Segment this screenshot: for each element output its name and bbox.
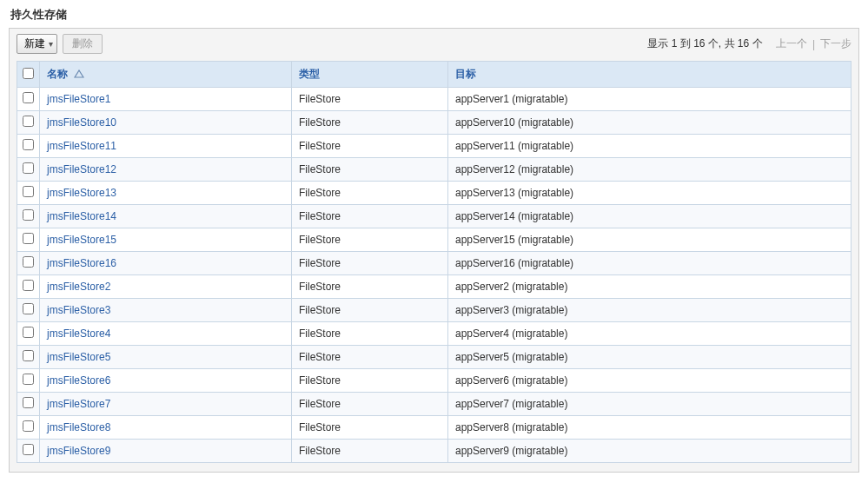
row-checkbox-cell [17,88,40,111]
cell-type: FileStore [292,275,448,299]
pager: 显示 1 到 16 个, 共 16 个 上一个 | 下一步 [647,36,851,51]
cell-name: jmsFileStore6 [40,369,292,393]
cell-target: appServer16 (migratable) [448,252,851,275]
column-header-name-label: 名称 [47,68,68,80]
new-button[interactable]: 新建 ▾ [17,34,57,54]
cell-target: appServer7 (migratable) [448,393,851,416]
select-all-checkbox[interactable] [23,68,34,79]
cell-type: FileStore [292,416,448,440]
page-title: 持久性存储 [10,7,859,23]
cell-target: appServer2 (migratable) [448,275,851,299]
store-link[interactable]: jmsFileStore15 [47,234,116,246]
row-checkbox[interactable] [23,280,34,291]
cell-target: appServer13 (migratable) [448,182,851,205]
store-link[interactable]: jmsFileStore6 [47,374,110,387]
cell-target: appServer14 (migratable) [448,205,851,228]
cell-target: appServer9 (migratable) [448,440,851,463]
table-row: jmsFileStore4FileStoreappServer4 (migrat… [17,322,851,346]
row-checkbox-cell [17,322,40,346]
table-row: jmsFileStore12FileStoreappServer12 (migr… [17,158,851,182]
store-link[interactable]: jmsFileStore1 [47,93,110,105]
store-link[interactable]: jmsFileStore4 [47,327,110,340]
table-row: jmsFileStore16FileStoreappServer16 (migr… [17,252,851,275]
table-row: jmsFileStore10FileStoreappServer10 (migr… [17,111,851,135]
pager-summary: 显示 1 到 16 个, 共 16 个 [647,36,762,51]
cell-name: jmsFileStore14 [40,205,292,228]
data-table: 名称 类型 目标 jmsFileStore1File [17,61,851,463]
row-checkbox-cell [17,252,40,275]
store-link[interactable]: jmsFileStore13 [47,187,116,199]
row-checkbox[interactable] [23,186,34,197]
pager-prev[interactable]: 上一个 [776,36,807,51]
row-checkbox[interactable] [23,162,34,174]
cell-name: jmsFileStore1 [40,88,292,111]
row-checkbox[interactable] [23,350,34,361]
cell-type: FileStore [292,322,448,346]
row-checkbox-cell [17,275,40,299]
cell-target: appServer10 (migratable) [448,111,851,135]
column-header-type[interactable]: 类型 [292,62,448,88]
chevron-down-icon: ▾ [49,39,53,49]
row-checkbox[interactable] [23,444,34,455]
column-header-name[interactable]: 名称 [40,62,292,88]
row-checkbox[interactable] [23,327,34,338]
store-link[interactable]: jmsFileStore5 [47,351,110,363]
cell-type: FileStore [292,369,448,393]
svg-marker-0 [75,70,83,77]
store-link[interactable]: jmsFileStore8 [47,421,110,433]
cell-type: FileStore [292,111,448,135]
cell-target: appServer3 (migratable) [448,299,851,322]
row-checkbox[interactable] [23,256,34,268]
cell-target: appServer11 (migratable) [448,135,851,158]
cell-name: jmsFileStore10 [40,111,292,135]
column-header-target-label: 目标 [455,68,476,80]
cell-target: appServer4 (migratable) [448,322,851,346]
cell-name: jmsFileStore9 [40,440,292,463]
row-checkbox[interactable] [23,397,34,408]
store-link[interactable]: jmsFileStore14 [47,210,116,222]
header-checkbox-cell [17,62,40,88]
pager-next[interactable]: 下一步 [820,36,851,51]
row-checkbox[interactable] [23,303,34,314]
row-checkbox[interactable] [23,139,34,150]
store-link[interactable]: jmsFileStore11 [47,140,116,152]
table-row: jmsFileStore9FileStoreappServer9 (migrat… [17,440,851,463]
table-row: jmsFileStore13FileStoreappServer13 (migr… [17,182,851,205]
table-row: jmsFileStore5FileStoreappServer5 (migrat… [17,346,851,369]
column-header-type-label: 类型 [299,68,320,80]
cell-type: FileStore [292,135,448,158]
row-checkbox[interactable] [23,420,34,432]
cell-name: jmsFileStore13 [40,182,292,205]
store-link[interactable]: jmsFileStore10 [47,116,116,129]
table-row: jmsFileStore7FileStoreappServer7 (migrat… [17,393,851,416]
cell-name: jmsFileStore2 [40,275,292,299]
cell-target: appServer1 (migratable) [448,88,851,111]
row-checkbox[interactable] [23,374,34,385]
store-link[interactable]: jmsFileStore9 [47,445,110,457]
cell-type: FileStore [292,346,448,369]
store-link[interactable]: jmsFileStore2 [47,281,110,293]
row-checkbox-cell [17,182,40,205]
table-row: jmsFileStore11FileStoreappServer11 (migr… [17,135,851,158]
column-header-target[interactable]: 目标 [448,62,851,88]
store-link[interactable]: jmsFileStore3 [47,304,110,316]
cell-name: jmsFileStore4 [40,322,292,346]
cell-type: FileStore [292,205,448,228]
store-link[interactable]: jmsFileStore7 [47,398,110,410]
row-checkbox[interactable] [23,233,34,244]
table-row: jmsFileStore6FileStoreappServer6 (migrat… [17,369,851,393]
store-link[interactable]: jmsFileStore12 [47,163,116,175]
row-checkbox[interactable] [23,116,34,127]
cell-type: FileStore [292,299,448,322]
row-checkbox-cell [17,135,40,158]
row-checkbox-cell [17,299,40,322]
pager-separator: | [812,38,815,50]
delete-button[interactable]: 删除 [63,34,103,54]
table-row: jmsFileStore15FileStoreappServer15 (migr… [17,228,851,252]
store-link[interactable]: jmsFileStore16 [47,257,116,269]
delete-button-label: 删除 [72,37,93,50]
cell-target: appServer6 (migratable) [448,369,851,393]
row-checkbox[interactable] [23,92,34,103]
row-checkbox[interactable] [23,209,34,221]
cell-target: appServer8 (migratable) [448,416,851,440]
